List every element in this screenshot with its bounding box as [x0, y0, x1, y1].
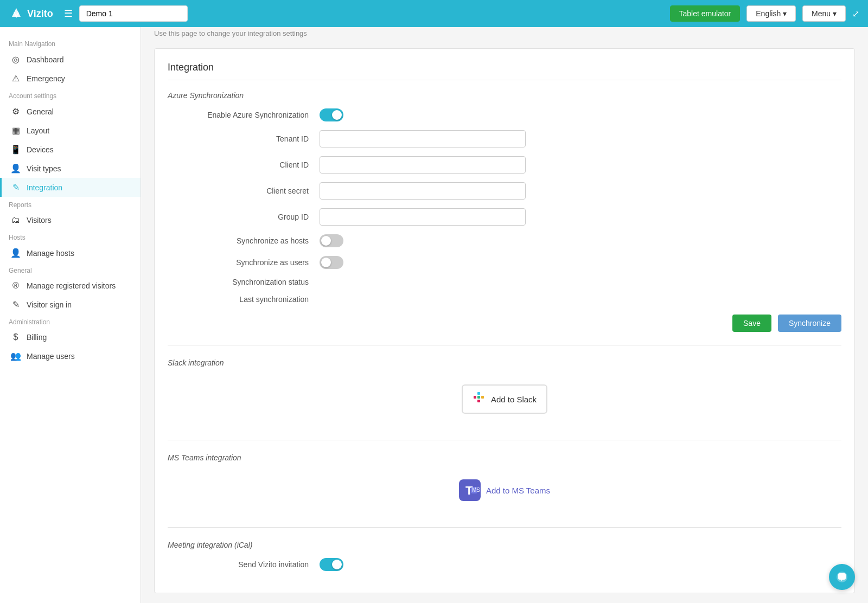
- general-section-label: General: [0, 262, 141, 277]
- svg-rect-2: [477, 396, 480, 399]
- tablet-emulator-button[interactable]: Tablet emulator: [670, 5, 741, 22]
- layout-icon: ▦: [10, 125, 21, 136]
- slack-icon: [473, 391, 486, 407]
- sidebar-item-manage-registered-visitors[interactable]: ® Manage registered visitors: [0, 277, 141, 295]
- emergency-icon: ⚠: [10, 73, 21, 84]
- save-button[interactable]: Save: [732, 315, 771, 332]
- reports-label: Reports: [0, 197, 141, 211]
- tenant-id-input[interactable]: [320, 130, 526, 147]
- send-invitation-toggle[interactable]: [320, 558, 343, 571]
- send-invitation-label: Send Vizito invitation: [168, 560, 320, 569]
- hosts-label: Hosts: [0, 229, 141, 243]
- integration-icon: ✎: [10, 182, 21, 193]
- sync-hosts-row: Synchronize as hosts: [168, 234, 841, 247]
- page-subtitle: Use this page to change your integration…: [154, 29, 855, 37]
- client-id-label: Client ID: [168, 161, 320, 169]
- hamburger-icon[interactable]: ☰: [64, 8, 73, 20]
- expand-icon[interactable]: ⤢: [852, 9, 859, 19]
- enable-azure-toggle[interactable]: [320, 108, 343, 121]
- main-content: Integration Use this page to change your…: [141, 0, 868, 603]
- integration-card: Integration Azure Synchronization Enable…: [154, 48, 855, 593]
- devices-icon: 📱: [10, 144, 21, 155]
- tenant-id-row: Tenant ID: [168, 130, 841, 147]
- sync-status-row: Synchronization status: [168, 278, 841, 286]
- svg-rect-1: [477, 392, 480, 395]
- client-secret-label: Client secret: [168, 187, 320, 195]
- enable-azure-row: Enable Azure Synchronization: [168, 108, 841, 121]
- slack-section-label: Slack integration: [168, 358, 841, 367]
- sidebar-item-layout[interactable]: ▦ Layout: [0, 121, 141, 140]
- ms-teams-label: Add to MS Teams: [486, 486, 550, 495]
- sidebar-item-visitors[interactable]: 🗂 Visitors: [0, 211, 141, 229]
- sidebar: Main Navigation ◎ Dashboard ⚠ Emergency …: [0, 27, 141, 603]
- sync-users-toggle[interactable]: [320, 256, 343, 269]
- group-id-label: Group ID: [168, 213, 320, 221]
- sidebar-item-integration[interactable]: ✎ Integration: [0, 178, 141, 197]
- logo: Vizito: [9, 6, 53, 21]
- language-button[interactable]: English ▾: [746, 5, 796, 22]
- account-settings-label: Account settings: [0, 88, 141, 102]
- tenant-id-label: Tenant ID: [168, 134, 320, 143]
- header: Vizito ☰ Tablet emulator English ▾ Menu …: [0, 0, 868, 27]
- client-id-row: Client ID: [168, 156, 841, 174]
- general-icon: ⚙: [10, 106, 21, 117]
- sync-hosts-label: Synchronize as hosts: [168, 236, 320, 245]
- ical-section-label: Meeting integration (iCal): [168, 541, 841, 549]
- visitor-sign-in-icon: ✎: [10, 299, 21, 310]
- main-nav-label: Main Navigation: [0, 36, 141, 50]
- registered-visitors-icon: ®: [10, 281, 21, 291]
- visitors-icon: 🗂: [10, 215, 21, 225]
- administration-label: Administration: [0, 314, 141, 328]
- sidebar-item-visitor-sign-in[interactable]: ✎ Visitor sign in: [0, 295, 141, 314]
- last-sync-row: Last synchronization: [168, 295, 841, 304]
- dashboard-icon: ◎: [10, 54, 21, 65]
- location-search[interactable]: [79, 5, 188, 22]
- sidebar-item-manage-hosts[interactable]: 👤 Manage hosts: [0, 243, 141, 262]
- send-invitation-row: Send Vizito invitation: [168, 558, 841, 571]
- billing-icon: $: [10, 332, 21, 342]
- manage-users-icon: 👥: [10, 351, 21, 361]
- sync-status-label: Synchronization status: [168, 278, 320, 286]
- sidebar-item-billing[interactable]: $ Billing: [0, 328, 141, 347]
- client-id-input[interactable]: [320, 156, 526, 174]
- sync-users-row: Synchronize as users: [168, 256, 841, 269]
- svg-rect-4: [477, 400, 480, 402]
- svg-rect-0: [474, 396, 476, 399]
- svg-rect-3: [481, 396, 484, 399]
- synchronize-button[interactable]: Synchronize: [778, 315, 841, 332]
- ms-teams-section-label: MS Teams integration: [168, 453, 841, 462]
- manage-hosts-icon: 👤: [10, 248, 21, 258]
- sidebar-item-emergency[interactable]: ⚠ Emergency: [0, 69, 141, 88]
- svg-text:MS: MS: [472, 487, 480, 493]
- chat-bubble-button[interactable]: [829, 564, 855, 590]
- menu-button[interactable]: Menu ▾: [802, 5, 846, 22]
- azure-section-label: Azure Synchronization: [168, 91, 841, 100]
- visit-types-icon: 👤: [10, 163, 21, 174]
- client-secret-row: Client secret: [168, 182, 841, 200]
- sidebar-item-visit-types[interactable]: 👤 Visit types: [0, 159, 141, 178]
- add-to-ms-teams-button[interactable]: T MS Add to MS Teams: [459, 479, 550, 501]
- add-to-slack-button[interactable]: Add to Slack: [462, 384, 547, 414]
- sidebar-item-general[interactable]: ⚙ General: [0, 102, 141, 121]
- azure-action-buttons: Save Synchronize: [168, 315, 841, 332]
- sync-hosts-toggle[interactable]: [320, 234, 343, 247]
- enable-azure-label: Enable Azure Synchronization: [168, 111, 320, 119]
- card-title: Integration: [168, 62, 841, 80]
- sidebar-item-dashboard[interactable]: ◎ Dashboard: [0, 50, 141, 69]
- client-secret-input[interactable]: [320, 182, 526, 200]
- sidebar-item-devices[interactable]: 📱 Devices: [0, 140, 141, 159]
- sync-users-label: Synchronize as users: [168, 258, 320, 267]
- sidebar-item-manage-users[interactable]: 👥 Manage users: [0, 347, 141, 365]
- group-id-input[interactable]: [320, 208, 526, 226]
- last-sync-label: Last synchronization: [168, 295, 320, 304]
- group-id-row: Group ID: [168, 208, 841, 226]
